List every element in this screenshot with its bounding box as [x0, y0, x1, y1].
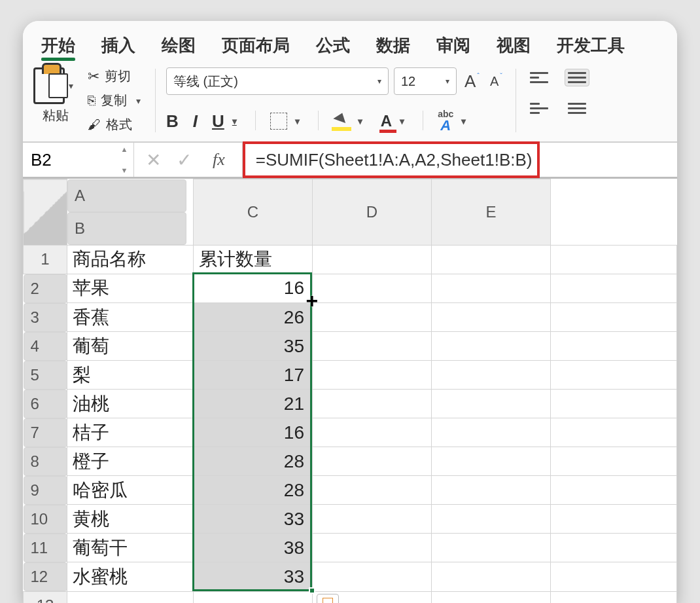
copy-dropdown[interactable]: ▾	[132, 96, 145, 106]
select-all-corner[interactable]	[24, 179, 67, 246]
cell-A9[interactable]: 哈密瓜	[67, 476, 194, 505]
tab-data[interactable]: 数据	[376, 34, 410, 57]
col-header-E[interactable]: E	[432, 179, 551, 246]
cell-D1[interactable]	[432, 245, 551, 274]
tab-developer[interactable]: 开发工具	[557, 34, 625, 57]
cell-A5[interactable]: 梨	[67, 361, 194, 390]
cell-D10[interactable]	[432, 505, 551, 534]
cell-E12[interactable]	[551, 562, 677, 592]
cell-C8[interactable]	[313, 447, 432, 476]
cell-B3[interactable]: 26	[194, 303, 313, 332]
cell-A7[interactable]: 桔子	[67, 418, 194, 447]
cell-B8[interactable]: 28	[194, 447, 313, 476]
font-color-button[interactable]: A ▾	[381, 112, 408, 130]
cell-E2[interactable]	[551, 274, 677, 303]
cell-E4[interactable]	[551, 332, 677, 361]
accept-formula-button[interactable]: ✓	[177, 149, 192, 171]
cell-E10[interactable]	[551, 505, 677, 534]
formula-input[interactable]: =SUMIF(Sheet1!A:A,A2,Sheet1!B:B)	[243, 141, 540, 178]
cell-A2[interactable]: 苹果	[67, 274, 194, 303]
cell-D12[interactable]	[432, 562, 551, 592]
borders-button[interactable]: ▾	[270, 113, 304, 130]
col-header-A[interactable]: A	[67, 179, 186, 212]
cell-D6[interactable]	[432, 390, 551, 418]
tab-home[interactable]: 开始	[41, 34, 75, 57]
row-header-8[interactable]: 8	[24, 447, 67, 476]
fill-color-button[interactable]: ▾	[333, 113, 366, 130]
col-header-B[interactable]: B	[67, 212, 186, 245]
cell-D11[interactable]	[432, 534, 551, 562]
cell-C10[interactable]	[313, 505, 432, 534]
worksheet[interactable]: A B C D E 1商品名称累计数量2苹果163香蕉264葡萄355梨176油…	[23, 179, 677, 603]
cell-B12[interactable]: 33	[194, 562, 313, 592]
cell-B4[interactable]: 35	[194, 332, 313, 361]
row-header-1[interactable]: 1	[24, 245, 67, 274]
name-box-spinner[interactable]: ▲▼	[118, 145, 131, 174]
cell-B2[interactable]: 16	[194, 274, 313, 303]
cell-C7[interactable]	[313, 418, 432, 447]
cell-C5[interactable]	[313, 361, 432, 390]
row-header-4[interactable]: 4	[24, 332, 67, 361]
cell-E5[interactable]	[551, 361, 677, 390]
font-name-select[interactable]: 等线 (正文) ▾	[166, 67, 389, 95]
cancel-formula-button[interactable]: ✕	[146, 149, 161, 171]
cell-B7[interactable]: 16	[194, 418, 313, 447]
tab-insert[interactable]: 插入	[101, 34, 135, 57]
cell-C1[interactable]	[313, 245, 432, 274]
cell-A8[interactable]: 橙子	[67, 447, 194, 476]
cell-B13[interactable]	[194, 591, 313, 603]
paste-button[interactable]: 粘贴	[43, 107, 69, 124]
col-header-D[interactable]: D	[313, 179, 432, 246]
align-middle-button[interactable]	[565, 69, 589, 86]
row-header-5[interactable]: 5	[24, 361, 67, 390]
align-left-button[interactable]	[527, 100, 551, 117]
align-top-button[interactable]	[527, 69, 551, 86]
tab-draw[interactable]: 绘图	[162, 34, 196, 57]
font-size-select[interactable]: 12 ▾	[394, 67, 457, 95]
cell-D13[interactable]	[432, 591, 551, 603]
col-header-C[interactable]: C	[194, 179, 313, 246]
cell-A1[interactable]: 商品名称	[67, 245, 194, 274]
increase-font-button[interactable]: Aˆ	[462, 71, 482, 92]
fx-button[interactable]: fx	[207, 150, 230, 170]
cell-A4[interactable]: 葡萄	[67, 332, 194, 361]
cell-D8[interactable]	[432, 447, 551, 476]
row-header-11[interactable]: 11	[24, 534, 67, 562]
align-center-button[interactable]	[565, 100, 589, 117]
cell-D4[interactable]	[432, 332, 551, 361]
name-box[interactable]: B2 ▲▼	[23, 143, 134, 177]
row-header-9[interactable]: 9	[24, 476, 67, 505]
cell-D9[interactable]	[432, 476, 551, 505]
decrease-font-button[interactable]: Aˇ	[487, 74, 505, 89]
cell-D3[interactable]	[432, 303, 551, 332]
cell-B6[interactable]: 21	[194, 390, 313, 418]
cell-A11[interactable]: 葡萄干	[67, 534, 194, 562]
row-header-10[interactable]: 10	[24, 505, 67, 534]
cell-C9[interactable]	[313, 476, 432, 505]
cut-button[interactable]: ✂ 剪切	[88, 67, 145, 85]
cell-E9[interactable]	[551, 476, 677, 505]
cell-A3[interactable]: 香蕉	[67, 303, 194, 332]
cell-E11[interactable]	[551, 534, 677, 562]
cell-E7[interactable]	[551, 418, 677, 447]
cell-C3[interactable]	[313, 303, 432, 332]
underline-button[interactable]: U▾	[212, 111, 241, 132]
autofill-options-button[interactable]	[317, 594, 339, 603]
tab-review[interactable]: 审阅	[436, 34, 470, 57]
row-header-12[interactable]: 12	[24, 562, 67, 591]
cell-A13[interactable]	[67, 591, 194, 603]
italic-button[interactable]: I	[193, 111, 198, 132]
row-header-6[interactable]: 6	[24, 390, 67, 418]
cell-A10[interactable]: 黄桃	[67, 505, 194, 534]
tab-view[interactable]: 视图	[497, 34, 531, 57]
cell-B5[interactable]: 17	[194, 361, 313, 390]
bold-button[interactable]: B	[166, 111, 179, 132]
copy-button[interactable]: ⎘ 复制 ▾	[88, 92, 145, 109]
cell-E3[interactable]	[551, 303, 677, 332]
cell-C4[interactable]	[313, 332, 432, 361]
cell-D2[interactable]	[432, 274, 551, 303]
cell-D5[interactable]	[432, 361, 551, 390]
cell-B11[interactable]: 38	[194, 534, 313, 562]
cell-E1[interactable]	[551, 245, 677, 274]
cell-A6[interactable]: 油桃	[67, 390, 194, 418]
